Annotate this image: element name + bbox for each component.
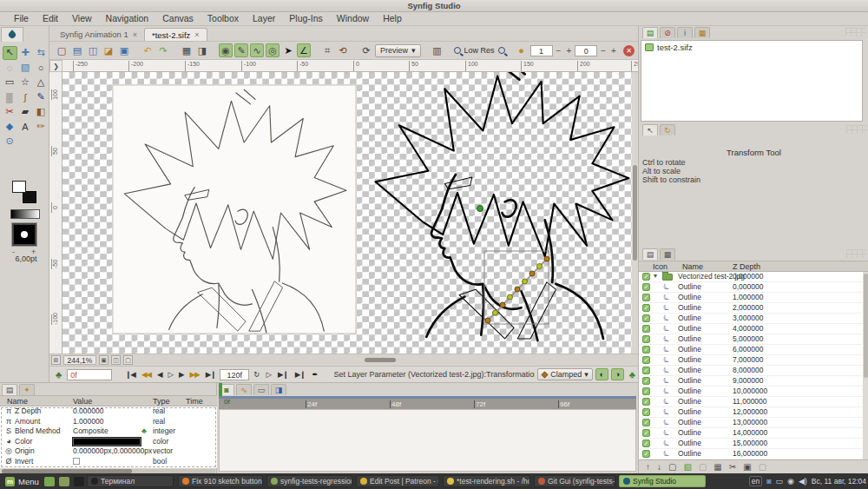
document-tab[interactable]: *test-2.sifz × [144,28,207,41]
layer-visible-checkbox[interactable]: ✓ [642,346,650,354]
cutout-tool[interactable]: ✂ [3,105,17,119]
save-all-button[interactable]: ▣ [117,43,131,57]
preview-quality-dropdown[interactable]: Preview ▾ [375,44,421,57]
tab-curves[interactable]: ∿ [236,384,252,395]
menu-item[interactable]: Layer [246,12,282,25]
layer-visible-checkbox[interactable]: ✓ [642,304,650,312]
sketch-tool[interactable]: ✏ [34,120,49,134]
tab-canvases[interactable]: ▦ [660,248,675,260]
layer-name[interactable]: Outline [678,303,701,312]
taskbar-window-button[interactable]: *test-rendering.sh - /home/... [443,475,530,487]
Vectorized test-2.jpg[interactable]: ✓ ▾ ☾ Vectorized test-2.jpg 0,000000 [639,272,863,282]
fill-color-swatch[interactable] [23,191,36,203]
tab-history[interactable]: ⊘ [660,27,675,38]
menu-item[interactable]: Toolbox [201,12,246,25]
next-keyframe-button[interactable]: ▶▶ [188,370,201,379]
Amount[interactable]: π Amount 1.000000 ♣ real [0,417,217,427]
show-grid-button[interactable]: ⌗ [320,43,334,57]
layer-name[interactable]: Outline [678,293,701,301]
update-manager-icon[interactable]: ◉ [787,477,794,486]
toggle-guides-button[interactable]: ◉ [219,43,233,57]
spline-tool[interactable]: ∫ [18,90,33,104]
synfig-logo-tab[interactable] [1,27,23,42]
gradient-tool[interactable]: ▒ [3,90,17,104]
toggle-angle-button[interactable]: ∠ [297,43,311,57]
Outline[interactable]: ✓ ▾ ☾ Outline 10,000000 [639,387,863,397]
redo-button[interactable]: ↷ [156,43,170,57]
future-frames-input[interactable]: 0 [575,45,597,56]
Z Depth[interactable]: π Z Depth 0.000000 ♣ real [0,406,217,417]
timetrack-rows-area[interactable] [219,409,636,472]
layer-visible-checkbox[interactable]: ✓ [642,283,650,291]
quality-plus-button[interactable]: + [564,46,573,56]
group-into-button[interactable]: ▢ [699,462,707,472]
param-value[interactable]: 1.000000 [73,417,103,426]
menu-item[interactable]: View [65,12,99,25]
time-cursor[interactable] [219,383,222,396]
Outline[interactable]: ✓ ▾ ☾ Outline 14,000000 [639,428,863,439]
param-value[interactable]: 0.000000 [73,406,103,415]
param-value[interactable]: Composite [73,426,108,435]
layer-visible-checkbox[interactable]: ✓ [642,294,650,301]
layer-name[interactable]: Outline [678,387,701,395]
Color[interactable]: ◕ Color ♣ color [0,437,217,447]
past-onion-button[interactable]: ◐ [595,368,608,380]
menu-item[interactable]: Plug-Ins [282,12,330,25]
open-document-button[interactable]: ▤ [70,43,84,57]
layer-visible-checkbox[interactable]: ✓ [642,367,650,374]
Outline[interactable]: ✓ ▾ ☾ Outline 9,000000 [639,376,863,387]
fit-canvas-button[interactable]: ▣ [99,355,108,365]
Outline[interactable]: ✓ ▾ ☾ Outline 7,000000 [639,355,863,366]
gradient-swatch[interactable] [10,209,40,219]
menu-item[interactable]: Navigation [99,12,156,25]
layer-visible-checkbox[interactable]: ✓ [642,408,650,416]
delete-layer-button[interactable]: ▦ [713,462,721,472]
current-time-input[interactable]: 0f [67,369,112,380]
layer-name[interactable]: Outline [678,449,701,458]
copy-button[interactable]: ▣ [743,462,751,472]
layer-name[interactable]: Outline [678,324,701,333]
menu-item[interactable]: Edit [36,12,65,25]
layers-vscrollbar[interactable] [863,272,868,459]
taskbar-window-button[interactable]: Терминал [87,475,174,487]
param-value[interactable]: 0.000000px,0.000000px [73,446,152,455]
new-layer-button[interactable]: ▢ [668,462,676,472]
Outline[interactable]: ✓ ▾ ☾ Outline 2,000000 [639,303,863,314]
refresh-button[interactable]: ⟳ [359,43,373,57]
render-options-button[interactable]: ▥ [431,43,444,57]
layer-visible-checkbox[interactable]: ✓ [642,335,650,343]
save-as-button[interactable]: ◪ [102,43,115,57]
layer-name[interactable]: Outline [678,366,701,374]
zoom-in-icon[interactable] [498,47,505,54]
frame-dump-button[interactable]: ▢ [123,355,133,365]
shield-icon[interactable]: ◙ [766,477,771,486]
transform-tool[interactable]: ↖ [3,46,17,60]
tab-keyframes-list[interactable]: ◨ [271,384,286,395]
onion-skin-button[interactable]: ⟲ [336,43,350,57]
tab-params[interactable]: ▤ [2,384,17,395]
loop-button[interactable]: ↻ [252,370,260,379]
interpolation-dropdown[interactable]: Clamped ▾ [537,368,593,380]
canvas-hscrollbar-thumb[interactable] [365,358,396,362]
tab-close-icon[interactable]: × [133,30,137,39]
dock-handle[interactable] [846,249,867,258]
bound-upper-button[interactable]: ▶❙ [276,370,290,379]
layer-name[interactable]: Outline [678,418,701,426]
taskbar-window-button[interactable]: synfig-tests-regressions [266,475,352,487]
tab-layers[interactable]: ▤ [642,248,658,260]
layer-visible-checkbox[interactable]: ✓ [642,325,650,333]
raise-layer-button[interactable]: ↑ [646,462,650,472]
layers-vscrollbar-thumb[interactable] [864,274,868,378]
taskbar-window-button[interactable]: Synfig Studio [619,475,706,487]
tab-smooth-options[interactable]: ↻ [660,124,675,135]
Outline[interactable]: ✓ ▾ ☾ Outline 16,000000 [639,449,863,459]
new-document-button[interactable]: ▢ [55,43,69,57]
show-desktop-launcher[interactable] [44,477,55,486]
save-button[interactable]: ◫ [86,43,100,57]
layer-visible-checkbox[interactable]: ✓ [642,387,650,395]
layer-name[interactable]: Outline [678,282,701,291]
prev-keyframe-button[interactable]: ◀◀ [140,370,153,379]
document-tab[interactable]: Synfig Animation 1 × [53,28,144,41]
toggle-handles-button[interactable]: ✎ [234,43,248,57]
zoom-tool[interactable]: ⊙ [3,135,17,149]
